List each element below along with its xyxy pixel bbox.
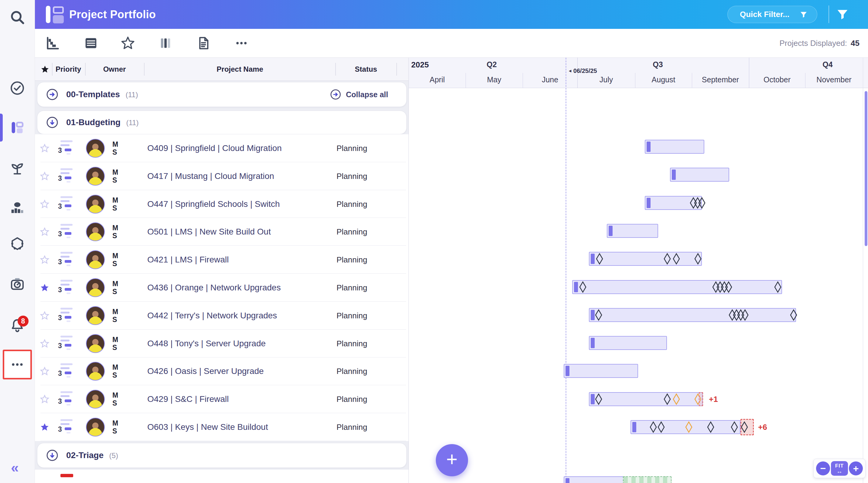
toolbar-star-icon[interactable] <box>119 35 136 52</box>
star-outline-icon[interactable] <box>40 339 50 349</box>
milestone-diamond-dark[interactable] <box>698 197 706 209</box>
sidebar-item-more-options[interactable] <box>9 356 26 373</box>
status-label: Planning <box>337 283 367 292</box>
milestone-diamond-dark[interactable] <box>707 421 715 433</box>
milestone-diamond-dark[interactable] <box>789 309 798 321</box>
milestone-diamond-orange[interactable] <box>685 421 693 433</box>
project-name: O426 | Oasis | Server Upgrade <box>147 366 264 376</box>
gantt-bar[interactable] <box>572 280 782 294</box>
group-header-02-triage[interactable]: 02-Triage (5) <box>37 443 407 468</box>
group-header-00-templates[interactable]: 00-Templates (11)Collapse all <box>37 82 407 107</box>
column-divider <box>52 63 53 76</box>
vertical-scrollbar-thumb[interactable] <box>865 91 867 246</box>
toolbar-document-icon[interactable] <box>195 35 212 52</box>
table-row[interactable]: 3MSO447 | Springfield Schools | SwitchPl… <box>35 190 408 218</box>
project-name: O603 | Keys | New Site Buildout <box>147 422 268 432</box>
gantt-bar[interactable] <box>589 252 702 266</box>
sidebar-item-resource-management[interactable] <box>9 200 26 217</box>
owner-avatar <box>86 250 105 269</box>
fit-button[interactable]: FIT ↔ <box>831 461 848 476</box>
table-row[interactable]: 3MSO426 | Oasis | Server UpgradePlanning <box>35 358 408 386</box>
status-label: Planning <box>337 423 367 432</box>
priority-indicator: 3 <box>58 279 76 297</box>
milestone-diamond-dark[interactable] <box>649 421 657 433</box>
gantt-bar[interactable] <box>589 392 703 406</box>
sidebar-item-tasks[interactable] <box>9 80 26 97</box>
table-row[interactable]: 3MSO442 | Terry's | Network UpgradesPlan… <box>35 302 408 330</box>
chevron-down-circle-icon[interactable] <box>45 449 59 462</box>
milestone-diamond-dark[interactable] <box>725 281 733 293</box>
milestone-diamond-dark[interactable] <box>579 281 587 293</box>
month-divider <box>466 73 466 88</box>
milestone-diamond-dark[interactable] <box>595 393 602 405</box>
star-outline-icon[interactable] <box>40 199 50 209</box>
group-header-01-budgeting[interactable]: 01-Budgeting (11) <box>37 111 407 134</box>
milestone-diamond-dark[interactable] <box>596 253 603 265</box>
star-outline-icon[interactable] <box>40 227 50 237</box>
priority-value: 3 <box>58 230 62 238</box>
milestone-diamond-dark[interactable] <box>657 421 665 433</box>
star-filled-icon[interactable] <box>40 283 50 293</box>
toolbar-ellipsis-icon[interactable] <box>233 35 250 52</box>
sidebar-item-portfolio[interactable] <box>9 119 26 136</box>
star-outline-icon[interactable] <box>40 171 50 181</box>
app-header: Project Portfolio Quick Filter... <box>35 0 868 29</box>
table-row[interactable]: 3MSO421 | LMS | FirewallPlanning <box>35 246 408 274</box>
toolbar-data-table-icon[interactable] <box>82 35 99 52</box>
status-label: Planning <box>337 395 367 404</box>
priority-indicator: 3 <box>58 335 76 352</box>
filter-icon[interactable] <box>836 7 849 21</box>
milestone-diamond-dark[interactable] <box>663 253 671 265</box>
gantt-bar-complete-segment[interactable] <box>623 476 672 483</box>
star-outline-icon[interactable] <box>40 255 50 265</box>
gantt-bar[interactable] <box>589 336 667 350</box>
owner-initials: MS <box>112 419 118 435</box>
milestone-diamond-dark[interactable] <box>663 393 671 405</box>
milestone-diamond-dark[interactable] <box>740 421 748 433</box>
table-row[interactable]: 3MSO429 | S&C | FirewallPlanning <box>35 385 408 413</box>
milestone-diamond-dark[interactable] <box>741 309 749 321</box>
milestone-diamond-orange[interactable] <box>673 393 680 405</box>
month-label-may: May <box>487 76 501 84</box>
gantt-bar[interactable] <box>645 140 704 154</box>
table-row[interactable]: 3MSO603 | Keys | New Site BuildoutPlanni… <box>35 413 408 441</box>
milestone-diamond-dark[interactable] <box>774 281 782 293</box>
star-filled-icon[interactable] <box>40 422 50 432</box>
quick-filter-button[interactable]: Quick Filter... <box>727 6 817 23</box>
milestone-diamond-dark[interactable] <box>694 253 702 265</box>
collapse-all-button[interactable]: Collapse all <box>330 88 388 100</box>
star-outline-icon[interactable] <box>40 311 50 321</box>
sidebar-collapse-button[interactable]: « <box>11 460 19 475</box>
owner-initials: MS <box>112 224 118 240</box>
milestone-diamond-dark[interactable] <box>673 253 680 265</box>
table-row[interactable]: 3MSO409 | Springfield | Cloud MigrationP… <box>35 134 408 162</box>
table-row[interactable]: 3MSO448 | Tony's | Server UpgradePlannin… <box>35 330 408 358</box>
sidebar-item-growth[interactable] <box>9 159 26 177</box>
search-icon[interactable] <box>9 9 26 26</box>
table-row-partial[interactable]: ST245 | Concord | Firewall & SwitchPlann… <box>35 470 408 483</box>
milestone-diamond-dark[interactable] <box>731 421 738 433</box>
gantt-bar[interactable] <box>589 308 796 322</box>
table-row[interactable]: 3MSO436 | Orange | Network UpgradesPlann… <box>35 274 408 302</box>
sidebar-item-time-tracking[interactable] <box>9 275 26 293</box>
sidebar-item-network[interactable] <box>9 235 26 252</box>
owner-avatar <box>86 390 105 409</box>
gantt-bar[interactable] <box>564 364 638 378</box>
zoom-out-button[interactable]: − <box>816 461 830 475</box>
toolbar-columns-icon[interactable] <box>157 35 174 52</box>
add-project-button[interactable]: + <box>436 444 468 476</box>
star-outline-icon[interactable] <box>40 394 50 404</box>
project-name: O417 | Mustang | Cloud Migration <box>147 171 274 181</box>
star-outline-icon[interactable] <box>40 366 50 376</box>
star-outline-icon[interactable] <box>40 143 50 153</box>
table-row[interactable]: 3MSO417 | Mustang | Cloud MigrationPlann… <box>35 162 408 190</box>
chevron-down-circle-icon[interactable] <box>45 116 59 129</box>
chevron-right-circle-icon[interactable] <box>45 88 59 101</box>
gantt-bar[interactable] <box>607 224 658 238</box>
gantt-bar[interactable] <box>670 168 729 182</box>
priority-indicator: 3 <box>58 390 76 408</box>
table-row[interactable]: 3MSO501 | LMS | New Site Build OutPlanni… <box>35 218 408 246</box>
toolbar-gantt-chart-icon[interactable] <box>44 35 61 52</box>
zoom-in-button[interactable]: + <box>849 461 863 475</box>
milestone-diamond-dark[interactable] <box>595 309 602 321</box>
